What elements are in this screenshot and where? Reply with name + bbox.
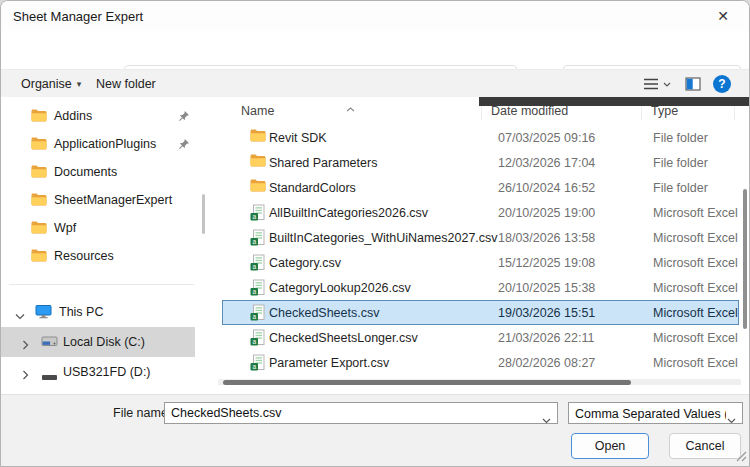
sidebar-item[interactable]: Wpf	[1, 214, 206, 242]
help-icon[interactable]: ?	[713, 75, 731, 93]
file-name-combobox[interactable]	[164, 402, 558, 424]
sidebar-item-label: Documents	[54, 165, 117, 179]
svg-text:a: a	[252, 363, 256, 370]
chevron-right-icon[interactable]	[22, 336, 29, 354]
tree-item-usb-drive-d[interactable]: USB321FD (D:)	[1, 357, 206, 387]
sidebar-scrollbar-thumb[interactable]	[202, 194, 205, 234]
file-date-modified: 15/12/2025 19:08	[498, 256, 595, 270]
vertical-scrollbar-thumb[interactable]	[743, 189, 747, 329]
folder-icon	[31, 249, 47, 262]
file-type: Microsoft Excel Com...	[653, 356, 739, 370]
new-folder-label: New folder	[96, 77, 156, 91]
csv-file-icon: a	[250, 304, 265, 321]
file-name-input[interactable]	[165, 403, 557, 423]
file-row[interactable]: a BuiltInCategories_WithUiNames2027.csv …	[222, 225, 739, 250]
title-bar: Sheet Manager Expert ✕	[1, 1, 749, 31]
file-row[interactable]: a CategoryLookup2026.csv 20/10/2025 15:3…	[222, 275, 739, 300]
organise-label: Organise	[21, 77, 72, 91]
pin-icon	[177, 137, 190, 155]
open-file-dialog: Sheet Manager Expert ✕ › This PC › Local…	[0, 0, 750, 467]
csv-file-icon: a	[250, 229, 265, 246]
file-type: Microsoft Excel Com...	[653, 231, 739, 245]
cancel-button[interactable]: Cancel	[669, 433, 741, 459]
file-type-dropdown[interactable]: Comma Separated Values (*.csv	[568, 402, 743, 424]
sidebar-item[interactable]: ApplicationPlugins	[1, 130, 206, 158]
folder-icon	[250, 154, 266, 167]
folder-icon	[250, 129, 266, 142]
folder-icon	[31, 165, 47, 178]
svg-text:a: a	[252, 263, 256, 270]
column-header-name[interactable]: Name	[241, 104, 274, 118]
sidebar-item[interactable]: Documents	[1, 158, 206, 186]
column-header-type[interactable]: Type	[651, 104, 678, 118]
chevron-down-icon[interactable]	[15, 306, 25, 324]
file-name: Parameter Export.csv	[269, 356, 389, 370]
tree-item-label: USB321FD (D:)	[63, 365, 151, 379]
organise-button[interactable]: Organise ▾	[21, 70, 81, 98]
file-list-pane: Name Date modified Type a Revit SDK 07/0…	[216, 97, 749, 394]
open-button[interactable]: Open	[571, 433, 649, 459]
sidebar-folder-list: Addins ApplicationPlugins	[1, 102, 206, 270]
horizontal-scrollbar-thumb[interactable]	[223, 380, 631, 385]
sidebar-item[interactable]: SheetManagerExpert	[1, 186, 206, 214]
file-type: File folder	[653, 156, 739, 170]
help-question-glyph: ?	[713, 75, 731, 93]
file-name: AllBuiltInCategories2026.csv	[269, 206, 428, 220]
file-date-modified: 18/03/2026 13:58	[498, 231, 595, 245]
file-type: Microsoft Excel Com...	[653, 306, 739, 320]
sidebar-item[interactable]: Resources	[1, 242, 206, 270]
folder-icon	[31, 221, 47, 234]
divider	[9, 284, 194, 285]
svg-text:a: a	[252, 338, 256, 345]
file-row[interactable]: a Revit SDK 07/03/2025 09:16 File folder	[222, 125, 739, 150]
file-name: Revit SDK	[269, 131, 327, 145]
file-row[interactable]: a CheckedSheetsLonger.csv 21/03/2026 22:…	[222, 325, 739, 350]
folder-icon	[250, 179, 266, 192]
file-rows: a Revit SDK 07/03/2025 09:16 File folder…	[222, 125, 739, 375]
csv-file-icon: a	[250, 204, 265, 221]
close-icon[interactable]: ✕	[711, 5, 735, 27]
file-name: Category.csv	[269, 256, 341, 270]
file-name: CheckedSheetsLonger.csv	[269, 331, 418, 345]
column-header-date-modified[interactable]: Date modified	[491, 104, 568, 118]
preview-pane-icon[interactable]	[685, 76, 701, 92]
svg-text:a: a	[252, 313, 256, 320]
svg-text:a: a	[252, 213, 256, 220]
file-date-modified: 07/03/2025 09:16	[498, 131, 595, 145]
file-type: Microsoft Excel Com...	[653, 331, 739, 345]
usb-drive-icon	[41, 367, 58, 385]
file-row[interactable]: a StandardColors 26/10/2024 16:52 File f…	[222, 175, 739, 200]
csv-file-icon: a	[250, 329, 265, 346]
file-date-modified: 20/10/2025 15:38	[498, 281, 595, 295]
local-disk-icon	[41, 334, 58, 352]
tree-item-local-disk-c[interactable]: Local Disk (C:)	[1, 327, 195, 357]
view-list-icon[interactable]	[643, 78, 659, 90]
chevron-down-icon	[727, 410, 736, 428]
sort-ascending-icon	[346, 98, 355, 116]
navigation-bar: › This PC › Local Disk (C:) › Documents	[1, 31, 749, 69]
chevron-right-icon[interactable]	[22, 366, 29, 384]
sidebar-item[interactable]: Addins	[1, 102, 206, 130]
file-row[interactable]: a AllBuiltInCategories2026.csv 20/10/202…	[222, 200, 739, 225]
file-row[interactable]: a Shared Parameters 12/03/2026 17:04 Fil…	[222, 150, 739, 175]
tree-item-this-pc[interactable]: This PC	[1, 297, 206, 327]
file-date-modified: 12/03/2026 17:04	[498, 156, 595, 170]
view-options-chevron-icon[interactable]	[663, 82, 671, 87]
chevron-down-icon[interactable]	[542, 410, 551, 428]
file-type-value: Comma Separated Values (*.csv	[575, 407, 726, 421]
this-pc-monitor-icon	[35, 304, 52, 323]
file-row[interactable]: a Parameter Export.csv 28/02/2026 08:27 …	[222, 350, 739, 375]
new-folder-button[interactable]: New folder	[96, 70, 156, 98]
file-row[interactable]: a CheckedSheets.csv 19/03/2026 15:51 Mic…	[222, 300, 739, 325]
file-date-modified: 20/10/2025 19:00	[498, 206, 595, 220]
file-date-modified: 28/02/2026 08:27	[498, 356, 595, 370]
folder-icon	[31, 137, 47, 150]
csv-file-icon: a	[250, 279, 265, 296]
tree-item-label: Local Disk (C:)	[63, 335, 145, 349]
folder-icon	[31, 193, 47, 206]
file-type: Microsoft Excel Com...	[653, 256, 739, 270]
dialog-footer: File name: Comma Separated Values (*.csv…	[1, 394, 749, 467]
resize-grip-icon[interactable]	[736, 448, 747, 466]
file-row[interactable]: a Category.csv 15/12/2025 19:08 Microsof…	[222, 250, 739, 275]
svg-text:a: a	[252, 238, 256, 245]
